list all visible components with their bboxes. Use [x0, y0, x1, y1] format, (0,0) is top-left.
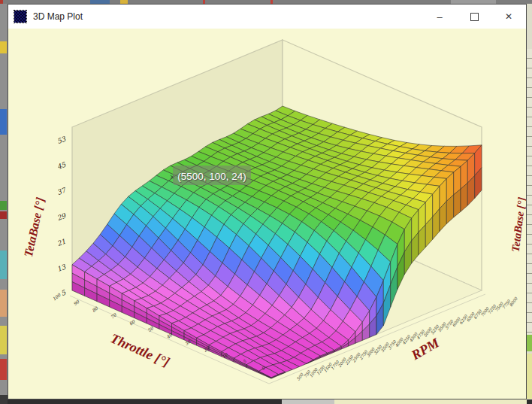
minimize-button[interactable]: – [422, 5, 457, 29]
maximize-button[interactable] [457, 5, 491, 29]
window-title: 3D Map Plot [33, 11, 83, 22]
window-titlebar[interactable]: 3D Map Plot – ✕ [8, 5, 526, 29]
app-window: 3D Map Plot – ✕ 5345372921135 1009080706… [8, 4, 527, 399]
app-icon [14, 11, 26, 23]
background-right-sliver [527, 4, 532, 404]
background-left-sliver [0, 4, 8, 404]
tooltip-text: (5500, 100, 24) [177, 171, 246, 182]
close-button[interactable]: ✕ [491, 5, 526, 29]
maximize-icon [470, 13, 479, 21]
background-bottom-sliver [8, 399, 532, 404]
plot-area[interactable]: 5345372921135 10090807060504030201050 50… [8, 29, 526, 399]
tooltip: × (5500, 100, 24) (5500, 100, 24) [170, 166, 251, 185]
